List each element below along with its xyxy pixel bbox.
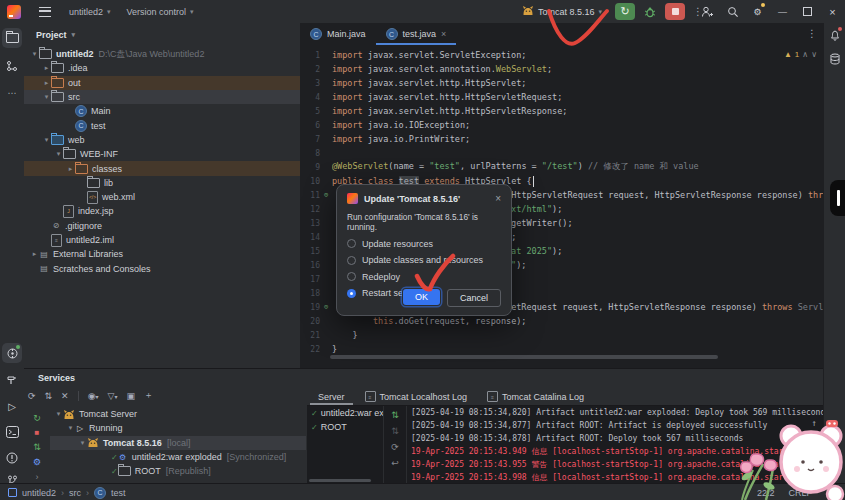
chevron-collapsed-icon[interactable]: ▸ — [66, 165, 75, 173]
caret-position[interactable]: 22:2 — [757, 488, 775, 498]
structure-tool-button[interactable] — [2, 56, 22, 76]
artifact-row[interactable]: ✓untitled2:war explo — [307, 406, 383, 420]
override-method-icon[interactable]: ⊙ — [320, 303, 332, 311]
editor-horizontal-scrollbar[interactable] — [330, 355, 718, 359]
ok-button[interactable]: OK — [403, 289, 440, 305]
main-menu-icon[interactable] — [39, 7, 51, 17]
settings-gear-icon[interactable]: ⚙ — [745, 0, 770, 23]
project-tree-item[interactable]: ▾untitled2D:\C盘\Java Web\untitled2 — [24, 47, 300, 61]
filter-icon[interactable]: ▽▾ — [108, 391, 118, 401]
services-tree-item[interactable]: ✓ROOT[Republish] — [50, 464, 306, 478]
log-output[interactable]: [2025-04-19 08:15:34,820] Artifact untit… — [407, 406, 845, 484]
reload-log-icon[interactable]: ⟳ — [391, 442, 399, 452]
chevron-collapsed-icon[interactable]: ▸ — [42, 64, 51, 72]
project-tree-item[interactable]: Jindex.jsp — [24, 204, 300, 218]
radio-option[interactable]: Update classes and resources — [347, 255, 501, 265]
open-in-icon[interactable]: ▣ — [126, 391, 135, 401]
search-icon[interactable] — [720, 0, 745, 23]
debug-button[interactable] — [640, 3, 660, 20]
minimize-button[interactable]: — — [770, 0, 795, 23]
maximize-button[interactable] — [795, 0, 820, 23]
chevron-expanded-icon[interactable]: ▾ — [42, 93, 51, 101]
chevron-expanded-icon[interactable]: ▾ — [42, 136, 51, 144]
stop-button[interactable] — [665, 3, 685, 20]
services-tab-Tomcat Localhost Log[interactable]: ≡Tomcat Localhost Log — [357, 389, 476, 405]
services-tab-Tomcat Catalina Log[interactable]: ≡Tomcat Catalina Log — [479, 389, 592, 405]
add-user-icon[interactable] — [695, 0, 720, 23]
terminal-tool-button[interactable] — [2, 422, 22, 442]
services-tool-button[interactable] — [2, 343, 22, 363]
project-widget[interactable]: untitled2 — [69, 7, 103, 17]
chevron-expanded-icon[interactable]: ▾ — [66, 424, 75, 432]
services-tree-item[interactable]: ✓⚙untitled2:war exploded[Synchronized] — [50, 450, 306, 464]
radio-option[interactable]: Redeploy — [347, 272, 501, 282]
project-tool-button[interactable] — [2, 28, 22, 48]
project-tree-item[interactable]: ▾src — [24, 90, 300, 104]
notifications-bell-icon[interactable] — [827, 27, 843, 43]
project-tree-item[interactable]: ⊘.gitignore — [24, 219, 300, 233]
project-tree-item[interactable]: ≡untitled2.iml — [24, 233, 300, 247]
radio-option[interactable]: Update resources — [347, 239, 501, 249]
editor-tab-Main.java[interactable]: CMain.java — [300, 23, 376, 45]
radio-icon[interactable] — [347, 289, 356, 298]
view-options-icon[interactable]: ◉▾ — [88, 391, 99, 401]
project-tree-item[interactable]: ▸out — [24, 76, 300, 90]
radio-icon[interactable] — [347, 272, 356, 281]
radio-icon[interactable] — [347, 256, 356, 265]
scroll-down-icon[interactable]: ↓ — [812, 430, 817, 440]
override-method-icon[interactable]: ⊙ — [320, 191, 332, 199]
project-tree-item[interactable]: ▸classes — [24, 161, 300, 175]
services-tab-Server[interactable]: Server — [310, 390, 353, 405]
radio-icon[interactable] — [347, 239, 356, 248]
server-settings-icon[interactable]: ⚙ — [33, 457, 41, 467]
breadcrumb-item[interactable]: test — [111, 488, 126, 498]
services-header[interactable]: Services — [24, 369, 845, 387]
breadcrumb-item[interactable]: src — [69, 488, 81, 498]
project-tree-item[interactable]: Ctest — [24, 118, 300, 132]
editor-tab-test.java[interactable]: Ctest.java× — [376, 23, 457, 45]
more-tool-windows-icon[interactable]: ⋯ — [2, 83, 22, 103]
stop-server-icon[interactable]: ■ — [35, 428, 40, 437]
project-tree-item[interactable]: </>web.xml — [24, 190, 300, 204]
editor-options-icon[interactable]: ⋮ — [807, 28, 817, 39]
refresh-icon[interactable]: ⟳ — [28, 391, 36, 401]
artifacts-horizontal-scrollbar[interactable] — [309, 479, 371, 482]
deploy-icon[interactable]: ⇅ — [391, 410, 399, 420]
chevron-expanded-icon[interactable]: ▾ — [30, 50, 39, 58]
dialog-close-icon[interactable]: × — [495, 193, 501, 204]
close-tab-icon[interactable]: × — [441, 29, 446, 39]
problems-tool-button[interactable] — [2, 448, 22, 468]
close-button[interactable]: × — [820, 0, 845, 23]
hidden-toolwindow-pill[interactable] — [830, 180, 845, 216]
project-tree-item[interactable]: ▾WEB-INF — [24, 147, 300, 161]
expand-collapse-icon[interactable]: ⇅ — [45, 391, 53, 401]
cancel-button[interactable]: Cancel — [447, 289, 501, 307]
chevron-collapsed-icon[interactable]: ▸ — [42, 79, 51, 87]
rerun-button[interactable]: ↻ — [615, 3, 635, 20]
project-tree-item[interactable]: lib — [24, 176, 300, 190]
soft-wrap-icon[interactable]: ↩ — [391, 458, 399, 468]
more-icon[interactable]: › — [36, 472, 39, 482]
project-tree-item[interactable]: ▸.idea — [24, 61, 300, 75]
project-tree-item[interactable]: ▾web — [24, 133, 300, 147]
project-tree-item[interactable]: ▸▤External Libraries — [24, 247, 300, 261]
chevron-collapsed-icon[interactable]: ▸ — [30, 250, 39, 258]
rerun-server-icon[interactable]: ↻ — [33, 413, 41, 423]
run-tool-button[interactable]: ▷ — [2, 396, 22, 416]
services-tree-item[interactable]: ▾Tomcat Server — [50, 407, 306, 421]
database-icon[interactable] — [827, 51, 843, 67]
chevron-expanded-icon[interactable]: ▾ — [54, 410, 63, 418]
services-tree-item[interactable]: ▾Tomcat 8.5.16[local] — [50, 436, 306, 450]
update-app-icon[interactable]: ⇅ — [33, 442, 41, 452]
chevron-expanded-icon[interactable]: ▾ — [54, 150, 63, 158]
line-ending[interactable]: CRLF — [788, 488, 812, 498]
artifact-row[interactable]: ✓ROOT — [307, 420, 383, 434]
project-panel-header[interactable]: Project▾ — [24, 23, 300, 47]
clear-icon[interactable]: ✕ — [61, 391, 69, 401]
run-config-selector[interactable]: Tomcat 8.5.16 ▾ — [522, 5, 610, 18]
project-tree-item[interactable]: ▤Scratches and Consoles — [24, 261, 300, 275]
services-tree-item[interactable]: ▾▷Running — [50, 421, 306, 435]
breadcrumb-item[interactable]: untitled2 — [22, 488, 56, 498]
chevron-expanded-icon[interactable]: ▾ — [78, 439, 87, 447]
project-tree-item[interactable]: CMain — [24, 104, 300, 118]
